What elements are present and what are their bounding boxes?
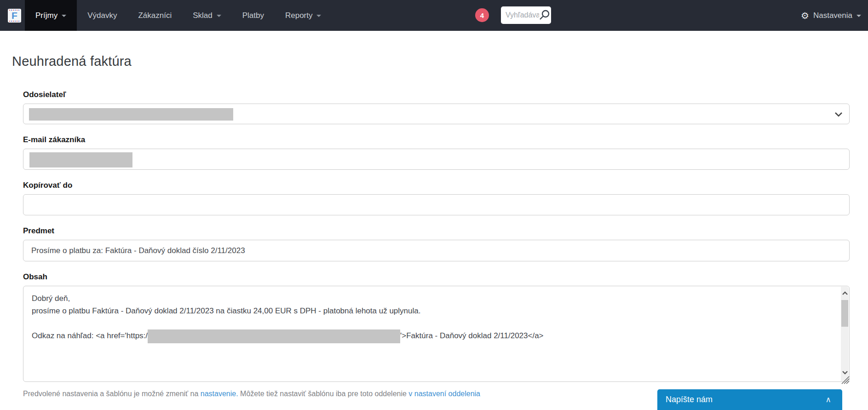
nav-item-label: Príjmy xyxy=(35,11,57,20)
scroll-up-icon[interactable] xyxy=(841,288,849,299)
chat-widget-button[interactable]: Napíšte nám ∧ xyxy=(657,389,842,410)
nav-item-zakaznici[interactable]: Zákazníci xyxy=(127,0,182,31)
department-settings-link[interactable]: v nastavení oddelenia xyxy=(408,390,480,398)
content-link-prefix: Odkaz na náhľad: <a href='https:/ xyxy=(32,331,148,340)
chevron-down-icon xyxy=(316,15,321,17)
resize-handle-icon[interactable] xyxy=(840,375,850,385)
chevron-down-icon xyxy=(834,112,843,117)
scrollbar-thumb[interactable] xyxy=(841,300,848,327)
sender-select[interactable] xyxy=(23,104,850,124)
nav-item-vydavky[interactable]: Výdavky xyxy=(77,0,127,31)
nav-item-label: Reporty xyxy=(285,11,313,20)
chevron-down-icon xyxy=(62,15,66,17)
customer-email-label: E-mail zákazníka xyxy=(23,135,850,144)
gear-icon: ⚙ xyxy=(801,11,809,20)
chat-widget-label: Napíšte nám xyxy=(666,395,713,404)
logo-perforation-icon xyxy=(9,10,20,11)
copy-to-label: Kopírovať do xyxy=(23,181,850,190)
chevron-down-icon xyxy=(217,15,221,17)
search-box xyxy=(501,6,551,24)
settings-link[interactable]: nastavenie. xyxy=(201,390,238,398)
subject-field[interactable] xyxy=(23,240,849,261)
logo-letter: F xyxy=(11,11,17,20)
search-icon[interactable] xyxy=(538,9,550,21)
copy-to-group: Kopírovať do xyxy=(23,181,850,215)
app-logo[interactable]: F xyxy=(8,9,21,23)
nav-item-sklad[interactable]: Sklad xyxy=(182,0,232,31)
nav-item-label: Výdavky xyxy=(87,11,117,20)
content-group: Obsah Dobrý deň, prosíme o platbu Faktúr… xyxy=(23,272,850,382)
logo-perforation-icon xyxy=(9,21,20,22)
copy-to-field[interactable] xyxy=(23,195,849,215)
subject-field-wrap xyxy=(23,240,850,261)
nav-left-group: F Príjmy Výdavky Zákazníci Sklad Platby … xyxy=(0,0,868,31)
nav-item-settings[interactable]: ⚙ Nastavenia xyxy=(801,0,861,31)
sender-label: Odosielateľ xyxy=(23,90,850,99)
chevron-up-icon: ∧ xyxy=(826,395,831,404)
notification-badge[interactable]: 4 xyxy=(475,8,489,22)
redacted-sender-value xyxy=(29,108,233,121)
hint-text: Predvolené nastavenia a šablónu je možné… xyxy=(23,390,201,398)
invoice-reminder-form: Odosielateľ E-mail zákazníka Kopírovať d… xyxy=(23,90,850,398)
copy-to-field-wrap xyxy=(23,194,850,215)
content-textarea[interactable]: Dobrý deň, prosíme o platbu Faktúra - Da… xyxy=(23,286,850,382)
nav-item-reporty[interactable]: Reporty xyxy=(275,0,332,31)
redacted-url-value xyxy=(148,329,400,343)
content-label: Obsah xyxy=(23,272,850,282)
customer-email-group: E-mail zákazníka xyxy=(23,135,850,170)
top-navbar: F Príjmy Výdavky Zákazníci Sklad Platby … xyxy=(0,0,868,31)
content-line: prosíme o platbu Faktúra - Daňový doklad… xyxy=(32,305,828,317)
redacted-email-value xyxy=(29,152,132,167)
content-blank-line xyxy=(32,317,828,329)
content-line: Odkaz na náhľad: <a href='https:/'>Faktú… xyxy=(32,329,828,343)
nav-item-label: Sklad xyxy=(193,11,213,20)
subject-group: Predmet xyxy=(23,226,850,261)
page-title: Neuhradená faktúra xyxy=(12,54,868,69)
chevron-down-icon xyxy=(857,15,861,17)
nav-item-platby[interactable]: Platby xyxy=(232,0,275,31)
content-line: Dobrý deň, xyxy=(32,292,828,305)
settings-label: Nastavenia xyxy=(813,11,852,20)
customer-email-field[interactable] xyxy=(23,149,850,170)
content-link-suffix: '>Faktúra - Daňový doklad 2/11/2023</a> xyxy=(400,331,544,340)
nav-item-label: Platby xyxy=(242,11,264,20)
hint-text: Môžete tiež nastaviť šablónu iba pre tot… xyxy=(238,390,409,398)
main-content: Neuhradená faktúra Odosielateľ E-mail zá… xyxy=(0,54,868,398)
textarea-scrollbar[interactable] xyxy=(841,287,849,381)
nav-item-prijmy[interactable]: Príjmy xyxy=(25,0,77,31)
subject-label: Predmet xyxy=(23,226,850,236)
sender-group: Odosielateľ xyxy=(23,90,850,124)
nav-item-label: Zákazníci xyxy=(138,11,172,20)
